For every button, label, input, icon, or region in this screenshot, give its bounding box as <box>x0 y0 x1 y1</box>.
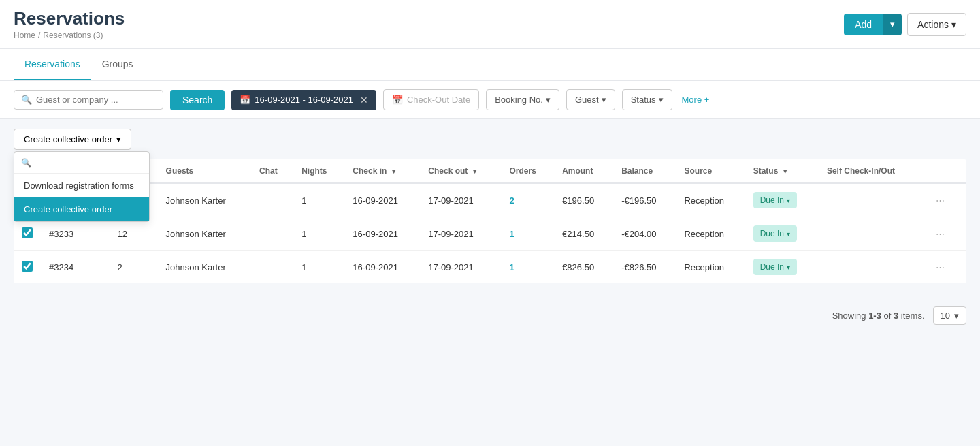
booking-no-filter[interactable]: Booking No. ▾ <box>486 89 559 110</box>
search-icon: 🔍 <box>21 95 32 105</box>
cell-balance: -€196.50 <box>613 183 676 217</box>
header-left: Reservations Home / Reservations (3) <box>14 8 125 40</box>
tab-groups[interactable]: Groups <box>91 49 144 80</box>
row-actions-button[interactable]: ⋯ <box>930 226 950 242</box>
row-checkbox-1[interactable] <box>22 227 33 238</box>
more-filters-button[interactable]: More + <box>679 90 713 110</box>
cell-orders: 2 <box>501 183 554 217</box>
cell-amount: €196.50 <box>554 183 613 217</box>
per-page-selector[interactable]: 10 ▾ <box>933 306 966 325</box>
cell-status: Due In ▾ <box>745 251 819 284</box>
cell-room: 2 <box>110 251 158 284</box>
sort-icon-checkin: ▼ <box>391 168 397 175</box>
dropdown-search-input[interactable] <box>35 157 142 168</box>
dropdown-search-wrap: 🔍 <box>14 152 149 174</box>
breadcrumb-home[interactable]: Home <box>14 31 35 40</box>
chevron-down-icon-collective: ▾ <box>116 134 121 144</box>
cell-guests: Johnson Karter <box>158 183 251 217</box>
orders-link[interactable]: 2 <box>509 195 514 206</box>
cell-checkout: 17-09-2021 <box>420 251 501 284</box>
cell-amount: €826.50 <box>554 251 613 284</box>
status-filter[interactable]: Status ▾ <box>622 89 672 110</box>
cell-nights: 1 <box>293 183 344 217</box>
table-header-row: Booking # Room Guests Chat Nights Check … <box>14 159 966 183</box>
cell-self-checkin <box>819 183 922 217</box>
showing-range: 1-3 <box>868 310 881 321</box>
tab-reservations[interactable]: Reservations <box>14 49 91 80</box>
calendar-icon: 📅 <box>240 95 250 105</box>
checkout-date-filter[interactable]: 📅 Check-Out Date <box>383 89 479 110</box>
add-button[interactable]: Add <box>844 14 883 35</box>
table-row: #3232 7 Johnson Karter 1 16-09-2021 17-0… <box>14 183 966 217</box>
showing-text: Showing 1-3 of 3 items. <box>832 310 925 321</box>
cell-checkout: 17-09-2021 <box>420 217 501 251</box>
row-actions-button[interactable]: ⋯ <box>930 193 950 208</box>
table-row: #3234 2 Johnson Karter 1 16-09-2021 17-0… <box>14 251 966 284</box>
table-row: #3233 12 Johnson Karter 1 16-09-2021 17-… <box>14 217 966 251</box>
orders-link[interactable]: 1 <box>509 229 514 239</box>
cell-source: Reception <box>676 183 745 217</box>
tabs-bar: Reservations Groups <box>0 49 980 81</box>
cell-balance: -€204.00 <box>613 217 676 251</box>
date-range-filter[interactable]: 📅 16-09-2021 - 16-09-2021 ✕ <box>231 90 376 110</box>
search-icon-dropdown: 🔍 <box>21 158 31 168</box>
add-dropdown-button[interactable]: ▾ <box>883 14 902 35</box>
chevron-down-icon-status-badge: ▾ <box>787 230 790 238</box>
th-nights: Nights <box>293 159 344 183</box>
guest-filter[interactable]: Guest ▾ <box>566 89 615 110</box>
actions-bar: Create collective order ▾ 🔍 Download reg… <box>0 119 980 159</box>
per-page-value: 10 <box>941 310 950 321</box>
th-check-in[interactable]: Check in ▼ <box>344 159 420 183</box>
cell-room: 12 <box>110 217 158 251</box>
cell-amount: €214.50 <box>554 217 613 251</box>
th-source: Source <box>676 159 745 183</box>
dropdown-item-collective[interactable]: Create collective order <box>14 197 149 221</box>
chevron-down-icon: ▾ <box>951 19 956 30</box>
status-badge[interactable]: Due In ▾ <box>753 259 797 275</box>
cell-row-actions: ⋯ <box>922 183 966 217</box>
status-badge[interactable]: Due In ▾ <box>753 225 797 242</box>
th-check-out[interactable]: Check out ▼ <box>420 159 501 183</box>
cell-chat <box>251 183 293 217</box>
header-right: Add ▾ Actions ▾ <box>844 13 966 36</box>
cell-nights: 1 <box>293 251 344 284</box>
cell-orders: 1 <box>501 217 554 251</box>
chevron-down-icon-perpage: ▾ <box>954 310 959 321</box>
cell-self-checkin <box>819 217 922 251</box>
th-amount: Amount <box>554 159 613 183</box>
orders-link[interactable]: 1 <box>509 262 514 272</box>
cell-source: Reception <box>676 217 745 251</box>
th-balance: Balance <box>613 159 676 183</box>
cell-orders: 1 <box>501 251 554 284</box>
th-chat: Chat <box>251 159 293 183</box>
row-actions-button[interactable]: ⋯ <box>930 259 950 275</box>
sort-icon-status: ▼ <box>782 168 789 175</box>
cell-guests: Johnson Karter <box>158 251 251 284</box>
th-status[interactable]: Status ▼ <box>745 159 819 183</box>
cell-nights: 1 <box>293 217 344 251</box>
cell-status: Due In ▾ <box>745 183 819 217</box>
actions-button[interactable]: Actions ▾ <box>907 13 966 36</box>
table-footer: Showing 1-3 of 3 items. 10 ▾ <box>0 297 980 334</box>
create-collective-order-button[interactable]: Create collective order ▾ <box>14 129 131 150</box>
cell-checkout: 17-09-2021 <box>420 183 501 217</box>
cell-row-actions: ⋯ <box>922 217 966 251</box>
cell-chat <box>251 217 293 251</box>
collective-dropdown-menu: 🔍 Download registration forms Create col… <box>14 151 150 222</box>
row-checkbox-cell <box>14 251 41 284</box>
cell-status: Due In ▾ <box>745 217 819 251</box>
collective-order-dropdown-wrapper: Create collective order ▾ 🔍 Download reg… <box>14 129 131 150</box>
dropdown-item-download[interactable]: Download registration forms <box>14 174 149 197</box>
cell-booking-no: #3233 <box>41 217 110 251</box>
status-badge[interactable]: Due In ▾ <box>753 192 797 208</box>
breadcrumb-current: Reservations (3) <box>43 31 103 40</box>
reservations-table: Booking # Room Guests Chat Nights Check … <box>14 159 966 283</box>
calendar-icon-2: 📅 <box>392 95 403 105</box>
search-input[interactable] <box>36 95 156 105</box>
page-header: Reservations Home / Reservations (3) Add… <box>0 0 980 49</box>
search-button[interactable]: Search <box>170 90 225 110</box>
row-checkbox-2[interactable] <box>22 261 33 272</box>
cell-row-actions: ⋯ <box>922 251 966 284</box>
clear-date-button[interactable]: ✕ <box>360 95 368 106</box>
chevron-down-icon-status-badge: ▾ <box>787 264 790 271</box>
